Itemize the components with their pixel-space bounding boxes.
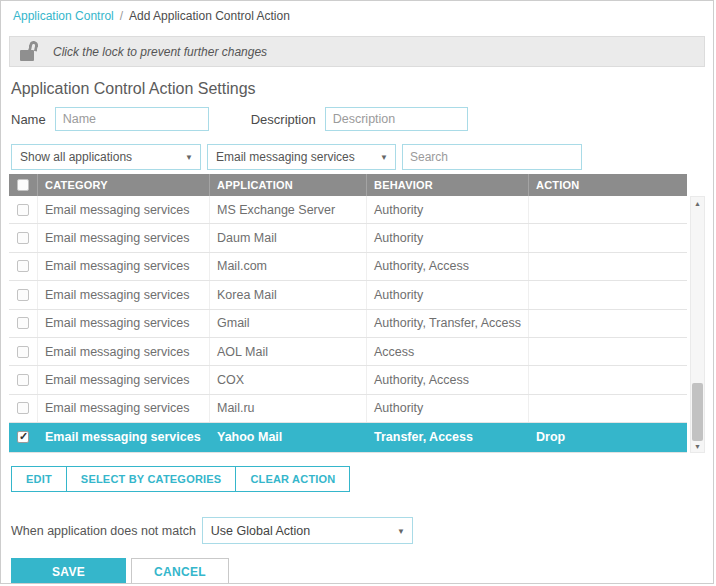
select-all-checkbox[interactable] xyxy=(17,179,29,191)
cell-category: Email messaging services xyxy=(37,224,209,251)
select-all-cell xyxy=(9,174,37,196)
cell-application: MS Exchange Server xyxy=(209,196,366,223)
no-match-row: When application does not match Use Glob… xyxy=(11,517,713,544)
cell-category: Email messaging services xyxy=(37,253,209,280)
table-row[interactable]: Email messaging services Daum Mail Autho… xyxy=(9,224,687,252)
search-input[interactable] xyxy=(402,144,582,170)
cell-action xyxy=(528,253,687,280)
cell-behavior: Authority, Access xyxy=(366,366,528,393)
clear-action-button[interactable]: CLEAR ACTION xyxy=(235,467,349,491)
scrollbar-thumb[interactable] xyxy=(692,383,703,441)
chevron-down-icon: ▼ xyxy=(397,526,405,535)
category-filter-dropdown[interactable]: Email messaging services ▼ xyxy=(207,144,396,170)
global-action-dropdown[interactable]: Use Global Action ▼ xyxy=(202,517,413,544)
cancel-button[interactable]: CANCEL xyxy=(131,558,229,584)
breadcrumb-current: Add Application Control Action xyxy=(129,9,290,23)
cell-action: Drop xyxy=(528,423,687,451)
cell-behavior: Authority xyxy=(366,224,528,251)
cell-behavior: Transfer, Access xyxy=(366,423,528,451)
cell-category: Email messaging services xyxy=(37,281,209,308)
cell-behavior: Authority xyxy=(366,196,528,223)
page-title: Application Control Action Settings xyxy=(11,80,713,98)
save-button[interactable]: SAVE xyxy=(11,558,126,584)
breadcrumb-link-application-control[interactable]: Application Control xyxy=(13,9,114,23)
description-field[interactable] xyxy=(325,107,468,131)
column-header-application[interactable]: APPLICATION xyxy=(209,174,366,196)
cell-behavior: Authority xyxy=(366,281,528,308)
column-header-action[interactable]: ACTION xyxy=(528,174,687,196)
table-row[interactable]: Email messaging services Korea Mail Auth… xyxy=(9,281,687,309)
row-checkbox[interactable] xyxy=(17,289,29,301)
scroll-up-arrow-icon[interactable]: ▲ xyxy=(691,197,704,209)
lock-banner-message: Click the lock to prevent further change… xyxy=(53,45,267,59)
cell-category: Email messaging services xyxy=(37,196,209,223)
cell-action xyxy=(528,338,687,365)
global-action-value: Use Global Action xyxy=(211,524,310,538)
row-checkbox-cell xyxy=(9,423,37,451)
cell-action xyxy=(528,366,687,393)
name-description-row: Name Description xyxy=(11,107,713,131)
row-checkbox-cell xyxy=(9,253,37,280)
no-match-label: When application does not match xyxy=(11,524,196,538)
cell-behavior: Authority, Access xyxy=(366,253,528,280)
cell-application: Gmail xyxy=(209,310,366,337)
application-control-action-page: Application Control / Add Application Co… xyxy=(0,0,714,584)
row-checkbox[interactable] xyxy=(17,374,29,386)
lock-banner: Click the lock to prevent further change… xyxy=(9,36,705,67)
description-label: Description xyxy=(251,112,316,127)
filter-row: Show all applications ▼ Email messaging … xyxy=(11,144,713,170)
row-checkbox[interactable] xyxy=(17,346,29,358)
cell-application: AOL Mail xyxy=(209,338,366,365)
row-checkbox-cell xyxy=(9,338,37,365)
table-scrollbar[interactable]: ▲ ▼ xyxy=(690,196,705,453)
table-row[interactable]: Email messaging services AOL Mail Access xyxy=(9,338,687,366)
cell-action xyxy=(528,395,687,422)
breadcrumb: Application Control / Add Application Co… xyxy=(1,1,713,31)
row-checkbox[interactable] xyxy=(17,204,29,216)
cell-application: Yahoo Mail xyxy=(209,423,366,451)
cell-action xyxy=(528,310,687,337)
show-applications-dropdown[interactable]: Show all applications ▼ xyxy=(11,144,201,170)
breadcrumb-separator: / xyxy=(120,9,123,23)
unlocked-lock-icon[interactable] xyxy=(20,41,44,62)
row-checkbox-cell xyxy=(9,196,37,223)
table-row[interactable]: Email messaging services Gmail Authority… xyxy=(9,310,687,338)
footer-buttons: SAVE CANCEL xyxy=(11,558,713,584)
scroll-down-arrow-icon[interactable]: ▼ xyxy=(691,440,704,452)
table-row[interactable]: Email messaging services Mail.ru Authori… xyxy=(9,395,687,423)
row-checkbox-cell xyxy=(9,310,37,337)
row-checkbox-cell xyxy=(9,224,37,251)
show-applications-value: Show all applications xyxy=(20,150,132,164)
table-body: Email messaging services MS Exchange Ser… xyxy=(9,196,687,452)
row-checkbox[interactable] xyxy=(17,260,29,272)
cell-behavior: Access xyxy=(366,338,528,365)
select-by-categories-button[interactable]: SELECT BY CATEGORIES xyxy=(66,467,236,491)
table-row[interactable]: Email messaging services Mail.com Author… xyxy=(9,253,687,281)
column-header-behavior[interactable]: BEHAVIOR xyxy=(366,174,528,196)
table-row[interactable]: Email messaging services MS Exchange Ser… xyxy=(9,196,687,224)
name-field[interactable] xyxy=(55,107,209,131)
table-row[interactable]: Email messaging services Yahoo Mail Tran… xyxy=(9,423,687,451)
table-actions-group: EDIT SELECT BY CATEGORIES CLEAR ACTION xyxy=(11,466,350,492)
row-checkbox[interactable] xyxy=(17,431,29,443)
table-row[interactable]: Email messaging services COX Authority, … xyxy=(9,366,687,394)
row-checkbox[interactable] xyxy=(17,402,29,414)
row-checkbox-cell xyxy=(9,366,37,393)
row-checkbox[interactable] xyxy=(17,232,29,244)
category-filter-value: Email messaging services xyxy=(216,150,355,164)
chevron-down-icon: ▼ xyxy=(185,153,193,162)
cell-application: Korea Mail xyxy=(209,281,366,308)
cell-category: Email messaging services xyxy=(37,310,209,337)
edit-button[interactable]: EDIT xyxy=(12,467,66,491)
column-header-category[interactable]: CATEGORY xyxy=(37,174,209,196)
cell-behavior: Authority, Transfer, Access xyxy=(366,310,528,337)
applications-table: CATEGORY APPLICATION BEHAVIOR ACTION Ema… xyxy=(9,174,687,453)
cell-application: COX xyxy=(209,366,366,393)
row-checkbox-cell xyxy=(9,281,37,308)
cell-behavior: Authority xyxy=(366,395,528,422)
name-label: Name xyxy=(11,112,46,127)
table-header: CATEGORY APPLICATION BEHAVIOR ACTION xyxy=(9,174,687,196)
cell-category: Email messaging services xyxy=(37,423,209,451)
row-checkbox[interactable] xyxy=(17,317,29,329)
cell-category: Email messaging services xyxy=(37,338,209,365)
